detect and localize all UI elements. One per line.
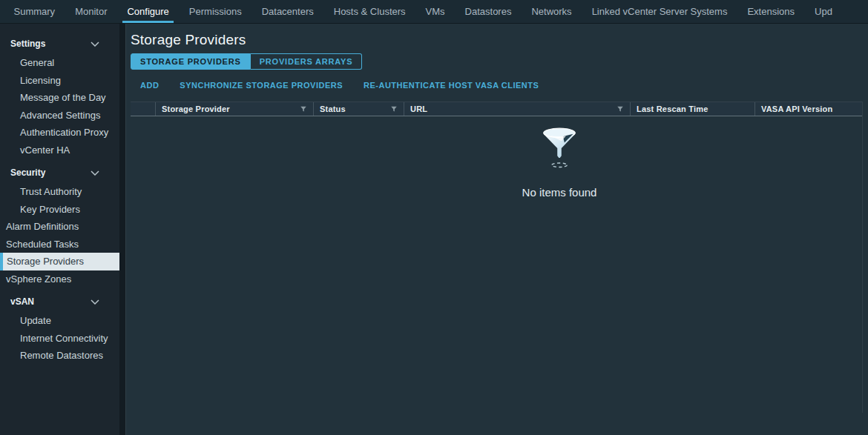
- sidebar-item-alarm-definitions[interactable]: Alarm Definitions: [0, 218, 119, 236]
- view-tab-group: STORAGE PROVIDERSPROVIDERS ARRAYS: [131, 53, 864, 70]
- chevron-down-icon[interactable]: [91, 41, 99, 47]
- grid-body: No items found: [131, 116, 862, 413]
- filter-icon[interactable]: [295, 105, 307, 113]
- column-header-status[interactable]: Status: [314, 102, 404, 116]
- column-header-blank: [131, 102, 156, 116]
- sidebar-divider: [119, 24, 125, 435]
- column-header-storage-provider[interactable]: Storage Provider: [156, 102, 314, 116]
- empty-state: No items found: [194, 116, 868, 199]
- sidebar-item-storage-providers[interactable]: Storage Providers: [0, 253, 119, 270]
- view-tab-storage-providers[interactable]: STORAGE PROVIDERS: [131, 53, 251, 70]
- chevron-down-icon[interactable]: [91, 170, 99, 176]
- column-label: Status: [320, 104, 346, 113]
- chevron-down-icon[interactable]: [91, 299, 99, 305]
- column-header-url[interactable]: URL: [404, 102, 631, 116]
- sidebar-section-settings[interactable]: Settings: [0, 33, 119, 54]
- action-re-authenticate-host-vasa-clients[interactable]: RE-AUTHENTICATE HOST VASA CLIENTS: [364, 81, 539, 90]
- sidebar-section-vsan[interactable]: vSAN: [0, 291, 119, 312]
- sidebar-section-label: vSAN: [10, 296, 34, 307]
- column-header-last-rescan-time[interactable]: Last Rescan Time: [631, 102, 755, 116]
- tab-configure[interactable]: Configure: [122, 0, 173, 23]
- empty-state-text: No items found: [522, 186, 597, 199]
- column-label: Last Rescan Time: [637, 104, 708, 113]
- sidebar-item-advanced-settings[interactable]: Advanced Settings: [0, 107, 119, 124]
- tab-networks[interactable]: Networks: [527, 0, 576, 23]
- tab-vms[interactable]: VMs: [421, 0, 450, 23]
- sidebar-item-key-providers[interactable]: Key Providers: [0, 201, 119, 219]
- tab-extensions[interactable]: Extensions: [743, 0, 799, 23]
- column-header-vasa-api-version[interactable]: VASA API Version: [755, 102, 862, 116]
- action-bar: ADDSYNCHRONIZE STORAGE PROVIDERSRE-AUTHE…: [131, 81, 864, 90]
- sidebar-section-security[interactable]: Security: [0, 162, 119, 183]
- action-add[interactable]: ADD: [140, 81, 159, 90]
- sidebar-item-update[interactable]: Update: [0, 312, 119, 330]
- sidebar-item-scheduled-tasks[interactable]: Scheduled Tasks: [0, 236, 119, 253]
- tab-upd[interactable]: Upd: [810, 0, 837, 23]
- filter-icon[interactable]: [612, 105, 624, 113]
- shell: SettingsGeneralLicensingMessage of the D…: [0, 24, 868, 435]
- sidebar-item-general[interactable]: General: [0, 54, 119, 72]
- main-content: Storage Providers STORAGE PROVIDERSPROVI…: [125, 24, 868, 435]
- tab-permissions[interactable]: Permissions: [185, 0, 246, 23]
- filter-icon[interactable]: [386, 105, 398, 113]
- sidebar-item-internet-connectivity[interactable]: Internet Connectivity: [0, 330, 119, 348]
- view-tab-providers-arrays[interactable]: PROVIDERS ARRAYS: [251, 53, 363, 70]
- sidebar-section-label: Security: [10, 167, 45, 178]
- storage-providers-grid: Storage ProviderStatusURLLast Rescan Tim…: [131, 102, 863, 413]
- funnel-icon: [536, 125, 582, 174]
- sidebar-item-authentication-proxy[interactable]: Authentication Proxy: [0, 124, 119, 142]
- tab-monitor[interactable]: Monitor: [70, 0, 111, 23]
- column-label: URL: [410, 104, 427, 113]
- sidebar-item-vsphere-zones[interactable]: vSphere Zones: [0, 270, 119, 288]
- sidebar-item-trust-authority[interactable]: Trust Authority: [0, 183, 119, 201]
- grid-header-row: Storage ProviderStatusURLLast Rescan Tim…: [131, 102, 862, 116]
- tab-datastores[interactable]: Datastores: [461, 0, 516, 23]
- sidebar-section-label: Settings: [10, 39, 45, 49]
- sidebar-item-vcenter-ha[interactable]: vCenter HA: [0, 142, 119, 159]
- tab-summary[interactable]: Summary: [10, 0, 60, 23]
- page-title: Storage Providers: [131, 32, 864, 48]
- configure-sidebar: SettingsGeneralLicensingMessage of the D…: [0, 24, 119, 435]
- sidebar-item-licensing[interactable]: Licensing: [0, 72, 119, 90]
- sidebar-item-message-of-the-day[interactable]: Message of the Day: [0, 89, 119, 107]
- tab-datacenters[interactable]: Datacenters: [257, 0, 318, 23]
- sidebar-item-remote-datastores[interactable]: Remote Datastores: [0, 347, 119, 365]
- action-synchronize-storage-providers[interactable]: SYNCHRONIZE STORAGE PROVIDERS: [180, 81, 343, 90]
- column-label: VASA API Version: [761, 104, 832, 113]
- tab-linked-vcenter-server-systems[interactable]: Linked vCenter Server Systems: [588, 0, 732, 23]
- object-tab-bar: SummaryMonitorConfigurePermissionsDatace…: [0, 0, 868, 24]
- column-label: Storage Provider: [162, 104, 230, 113]
- tab-hosts-clusters[interactable]: Hosts & Clusters: [329, 0, 410, 23]
